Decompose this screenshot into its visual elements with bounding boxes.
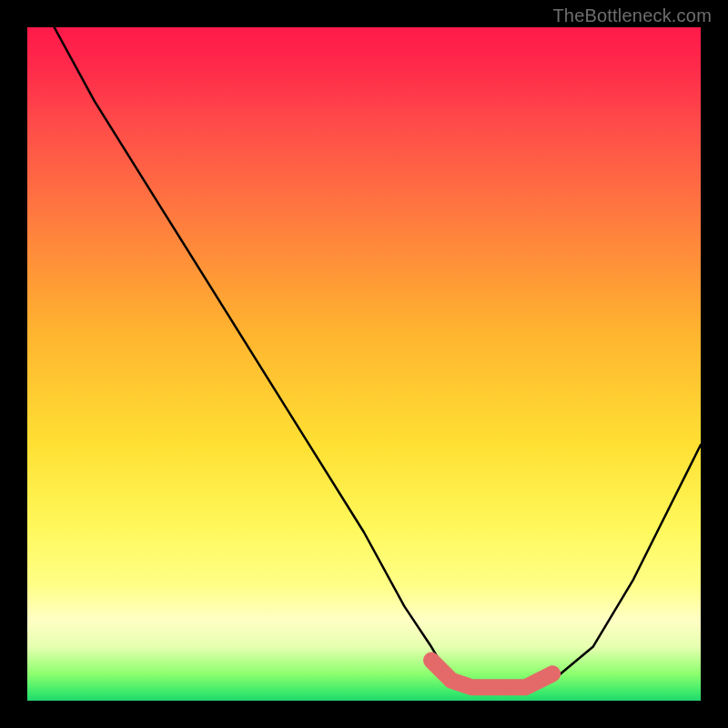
bottleneck-curve-path	[55, 27, 701, 687]
plot-area	[27, 27, 701, 701]
attribution-text: TheBottleneck.com	[552, 5, 712, 26]
chart-svg	[27, 27, 701, 701]
chart-frame: TheBottleneck.com	[0, 0, 728, 728]
optimal-range-highlight	[431, 661, 552, 688]
